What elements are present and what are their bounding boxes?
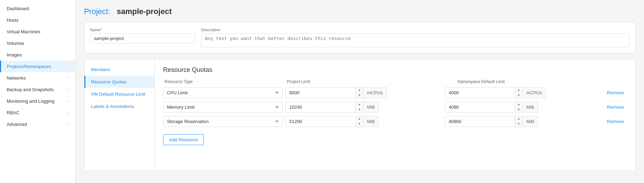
project-spinner-1[interactable]: ▲▼ (356, 101, 363, 113)
add-resource-button[interactable]: Add Resource (163, 134, 204, 145)
name-label: Name* (90, 28, 195, 32)
sidebar-item-projects-namespaces[interactable]: Projects/Namespaces (0, 61, 75, 72)
spinner-up[interactable]: ▲ (515, 102, 522, 107)
spinner-down[interactable]: ▼ (515, 93, 522, 99)
project-unit-0: mCPUs (363, 87, 387, 98)
quotas-title: Resource Quotas (163, 66, 627, 74)
spinner-up[interactable]: ▲ (356, 102, 363, 107)
project-unit-1: MiB (363, 102, 379, 113)
project-spinner-2[interactable]: ▲▼ (356, 116, 363, 127)
sidebar-item-label: Dashboard (7, 6, 29, 11)
quotas-panel: Resource Quotas Resource Type Project Li… (155, 59, 635, 171)
quota-type-select-1[interactable]: Memory Limit (163, 102, 283, 113)
namespace-unit-1: MiB (523, 102, 538, 113)
desc-input[interactable] (201, 33, 630, 47)
namespace-spinner-1[interactable]: ▲▼ (515, 101, 523, 113)
namespace-value-group-1: ▲▼MiB (445, 101, 601, 113)
sidebar-item-label: Images (7, 52, 22, 57)
page-title: Project: sample-project (84, 7, 636, 16)
quotas-header: Resource Type Project Limit Namespace De… (163, 79, 627, 84)
quota-type-select-0[interactable]: CPU Limit (163, 87, 283, 98)
left-nav-item-members[interactable]: Members (84, 63, 154, 76)
namespace-value-group-2: ▲▼MiB (445, 116, 601, 127)
left-nav-item-labels[interactable]: Labels & Annotations (84, 100, 154, 113)
chevron-right-icon: › (69, 88, 70, 92)
col-namespace-label: Namespace Default Limit (458, 79, 626, 84)
desc-label: Description (201, 28, 630, 32)
desc-field-group: Description (201, 28, 630, 47)
sidebar-item-label: Projects/Namespaces (7, 64, 51, 69)
quota-rows-container: CPU Limit▲▼mCPUs▲▼mCPUsRemoveMemory Limi… (163, 87, 627, 127)
chevron-right-icon: › (69, 76, 70, 80)
sidebar-item-hosts[interactable]: Hosts (0, 14, 75, 26)
project-value-group-1: ▲▼MiB (285, 101, 442, 113)
sidebar-item-label: Networks (7, 75, 26, 81)
sidebar-item-virtual-machines[interactable]: Virtual Machines (0, 26, 75, 38)
sidebar: DashboardHostsVirtual MachinesVolumesIma… (0, 0, 76, 183)
project-spinner-0[interactable]: ▲▼ (356, 87, 363, 99)
quota-row: Storage Reservation▲▼MiB▲▼MiBRemove (163, 116, 627, 127)
namespace-spinner-0[interactable]: ▲▼ (515, 87, 523, 99)
spinner-up[interactable]: ▲ (356, 116, 363, 122)
left-nav: MembersResource QuotasVM Default Resourc… (84, 59, 155, 171)
project-form: Name* Description (84, 22, 636, 53)
quota-type-select-2[interactable]: Storage Reservation (163, 116, 283, 127)
namespace-unit-2: MiB (523, 116, 538, 127)
page-title-label: Project: (84, 7, 110, 16)
name-input[interactable] (90, 33, 195, 43)
namespace-limit-input-0[interactable] (445, 87, 515, 98)
spinner-up[interactable]: ▲ (356, 87, 363, 93)
spinner-up[interactable]: ▲ (515, 116, 522, 122)
spinner-down[interactable]: ▼ (515, 107, 522, 113)
namespace-limit-input-1[interactable] (445, 102, 515, 113)
sidebar-item-label: Backup and Snapshots (7, 87, 54, 92)
sidebar-item-label: Volumes (7, 41, 24, 46)
content-tabs: MembersResource QuotasVM Default Resourc… (84, 59, 636, 171)
project-unit-2: MiB (363, 116, 379, 127)
namespace-value-group-0: ▲▼mCPUs (445, 87, 601, 99)
namespace-unit-0: mCPUs (523, 87, 546, 98)
sidebar-item-backup-snapshots[interactable]: Backup and Snapshots› (0, 84, 75, 95)
spinner-up[interactable]: ▲ (515, 87, 522, 93)
quota-row: CPU Limit▲▼mCPUs▲▼mCPUsRemove (163, 87, 627, 99)
project-value-group-2: ▲▼MiB (285, 116, 442, 127)
name-field-group: Name* (90, 28, 195, 47)
project-limit-input-1[interactable] (285, 102, 356, 113)
spinner-down[interactable]: ▼ (356, 122, 363, 127)
namespace-limit-input-2[interactable] (445, 116, 515, 127)
sidebar-item-volumes[interactable]: Volumes (0, 38, 75, 49)
spinner-down[interactable]: ▼ (515, 122, 522, 127)
remove-quota-button-1[interactable]: Remove (604, 104, 627, 110)
sidebar-item-dashboard[interactable]: Dashboard (0, 3, 75, 14)
spinner-down[interactable]: ▼ (356, 107, 363, 113)
col-project-label: Project Limit (287, 79, 455, 84)
sidebar-item-images[interactable]: Images (0, 49, 75, 61)
chevron-right-icon: › (69, 122, 70, 126)
quota-row: Memory Limit▲▼MiB▲▼MiBRemove (163, 101, 627, 113)
sidebar-item-advanced[interactable]: Advanced› (0, 118, 75, 130)
sidebar-item-monitoring-logging[interactable]: Monitoring and Logging› (0, 95, 75, 107)
sidebar-item-label: RBAC (7, 110, 19, 115)
page-title-name: sample-project (117, 7, 172, 16)
remove-quota-button-0[interactable]: Remove (604, 90, 627, 95)
sidebar-item-networks[interactable]: Networks› (0, 72, 75, 84)
project-limit-input-2[interactable] (285, 116, 356, 127)
sidebar-item-rbac[interactable]: RBAC› (0, 107, 75, 118)
namespace-spinner-2[interactable]: ▲▼ (515, 116, 523, 127)
sidebar-item-label: Advanced (7, 122, 27, 127)
chevron-right-icon: › (69, 111, 70, 115)
project-value-group-0: ▲▼mCPUs (285, 87, 442, 99)
sidebar-item-label: Virtual Machines (7, 29, 40, 34)
sidebar-item-label: Hosts (7, 18, 18, 23)
left-nav-item-vm-default[interactable]: VM Default Resource Limit (84, 88, 154, 100)
project-limit-input-0[interactable] (285, 87, 356, 98)
main-content: Project: sample-project Name* Descriptio… (76, 0, 644, 183)
left-nav-item-resource-quotas[interactable]: Resource Quotas (84, 76, 154, 88)
chevron-right-icon: › (69, 99, 70, 103)
spinner-down[interactable]: ▼ (356, 93, 363, 99)
remove-quota-button-2[interactable]: Remove (604, 119, 627, 124)
sidebar-item-label: Monitoring and Logging (7, 99, 54, 104)
col-type-label: Resource Type (165, 79, 284, 84)
